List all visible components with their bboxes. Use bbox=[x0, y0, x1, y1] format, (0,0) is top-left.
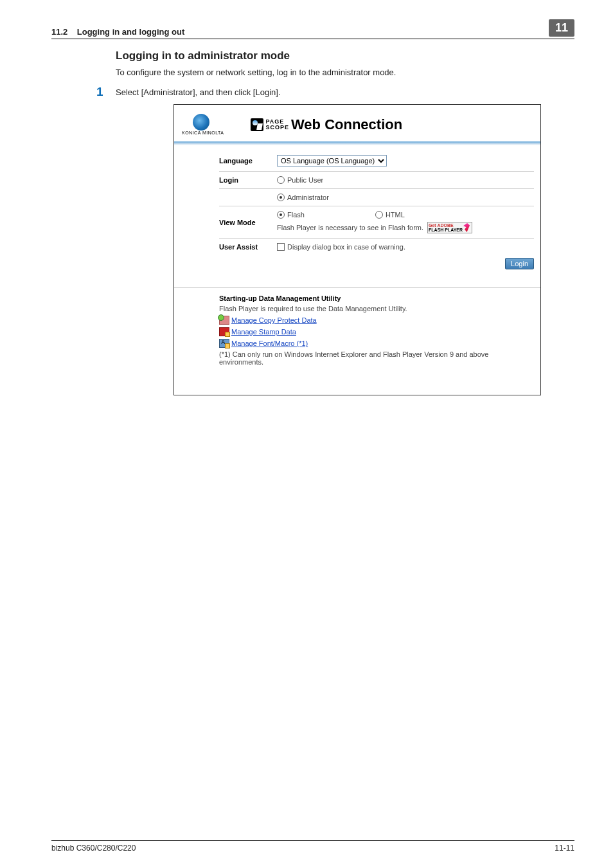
dmu-title: Starting-up Data Management Utility bbox=[219, 294, 534, 302]
pagescope-prefix: PAGE SCOPE bbox=[265, 119, 289, 131]
label-language: Language bbox=[219, 157, 277, 165]
running-header: 11.2 Logging in and logging out 11 bbox=[51, 19, 574, 39]
logo-bar: KONICA MINOLTA PAGE SCOPE Web Connection bbox=[174, 105, 540, 141]
link-manage-copy-protect[interactable]: Manage Copy Protect Data bbox=[219, 316, 317, 325]
dmu-note: (*1) Can only run on Windows Internet Ex… bbox=[219, 350, 534, 366]
row-userassist: User Assist Display dialog box in case o… bbox=[219, 238, 534, 255]
footer-page-num: 11-11 bbox=[555, 844, 574, 853]
km-brand-text: KONICA MINOLTA bbox=[182, 131, 224, 135]
label-userassist: User Assist bbox=[219, 243, 277, 251]
font-macro-icon bbox=[219, 339, 229, 348]
chapter-tab: 11 bbox=[549, 19, 574, 37]
link-manage-font-macro[interactable]: Manage Font/Macro (*1) bbox=[219, 339, 308, 348]
radio-administrator-label: Administrator bbox=[287, 194, 329, 201]
dmu-subtitle: Flash Player is required to use the Data… bbox=[219, 305, 534, 312]
row-login-public: Login Public User bbox=[219, 171, 534, 188]
copy-protect-icon bbox=[219, 316, 229, 325]
footer-model: bizhub C360/C280/C220 bbox=[51, 844, 136, 853]
intro-text: To configure the system or network setti… bbox=[116, 68, 574, 77]
row-language: Language OS Language (OS Language) bbox=[219, 150, 534, 171]
step-number: 1 bbox=[96, 85, 116, 99]
pagescope-icon bbox=[251, 118, 263, 131]
flash-feather-icon bbox=[463, 223, 470, 232]
header-section-num: 11.2 bbox=[51, 27, 67, 37]
screenshot-webconnection: KONICA MINOLTA PAGE SCOPE Web Connection… bbox=[173, 104, 541, 395]
label-viewmode: View Mode bbox=[219, 219, 277, 226]
radio-flash-label: Flash bbox=[287, 211, 305, 219]
step-1: 1 Select [Administrator], and then click… bbox=[96, 85, 574, 99]
page-footer: bizhub C360/C280/C220 11-11 bbox=[51, 840, 574, 853]
heading-admin-login: Logging in to administrator mode bbox=[116, 50, 574, 62]
row-login-admin: Administrator bbox=[219, 188, 534, 206]
language-select[interactable]: OS Language (OS Language) bbox=[277, 155, 387, 167]
header-section-title: Logging in and logging out bbox=[77, 27, 185, 37]
step-instruction: Select [Administrator], and then click [… bbox=[116, 85, 281, 97]
radio-flash[interactable] bbox=[277, 211, 285, 219]
radio-html-label: HTML bbox=[386, 211, 405, 219]
viewmode-hint: Flash Player is necessary to see in Flas… bbox=[277, 224, 423, 231]
pagescope-logo: PAGE SCOPE Web Connection bbox=[251, 116, 402, 133]
divider bbox=[174, 287, 540, 288]
km-globe-icon bbox=[193, 114, 209, 131]
login-button[interactable]: Login bbox=[505, 258, 534, 269]
konica-minolta-logo: KONICA MINOLTA bbox=[182, 114, 224, 135]
radio-html[interactable] bbox=[375, 211, 383, 219]
stamp-icon bbox=[219, 327, 229, 336]
get-flash-badge[interactable]: Get ADOBE FLASH PLAYER bbox=[427, 222, 472, 233]
data-management-utility: Starting-up Data Management Utility Flas… bbox=[174, 294, 540, 395]
link-manage-stamp[interactable]: Manage Stamp Data bbox=[219, 327, 296, 336]
label-login: Login bbox=[219, 176, 277, 184]
radio-public-user-label: Public User bbox=[287, 176, 323, 184]
radio-public-user[interactable] bbox=[277, 176, 285, 184]
pagescope-title: Web Connection bbox=[291, 116, 402, 133]
checkbox-display-dialog-label: Display dialog box in case of warning. bbox=[287, 243, 405, 251]
row-viewmode: View Mode Flash HTML Flash Player is nec… bbox=[219, 206, 534, 238]
radio-administrator[interactable] bbox=[277, 194, 285, 201]
checkbox-display-dialog[interactable] bbox=[277, 243, 285, 251]
